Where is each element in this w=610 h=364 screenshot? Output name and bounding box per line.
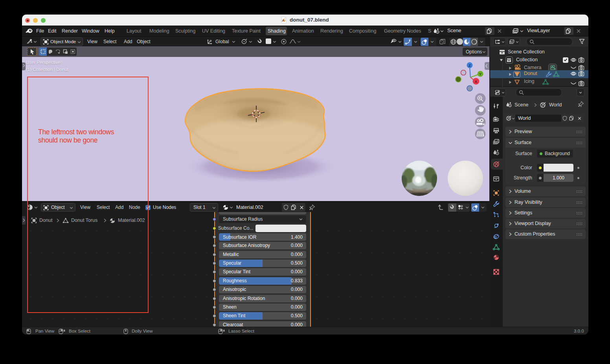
svg-text:Z: Z (469, 63, 471, 68)
svg-text:Y: Y (479, 72, 482, 76)
svg-text:X: X (475, 79, 478, 84)
